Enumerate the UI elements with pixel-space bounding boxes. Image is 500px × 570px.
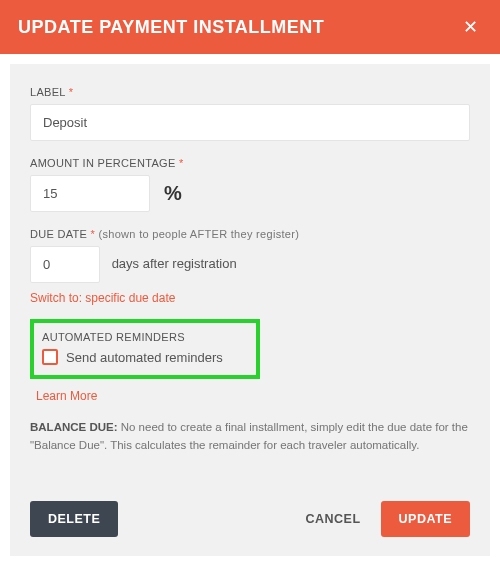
amount-group: AMOUNT IN PERCENTAGE * % (30, 157, 470, 212)
learn-more-link[interactable]: Learn More (36, 389, 97, 403)
modal-footer: DELETE CANCEL UPDATE (30, 501, 470, 537)
automated-reminders-box: AUTOMATED REMINDERS Send automated remin… (30, 319, 260, 379)
required-mark: * (69, 86, 74, 98)
modal-body-wrap: LABEL * AMOUNT IN PERCENTAGE * % DUE DAT… (0, 54, 500, 566)
reminders-checkbox[interactable] (42, 349, 58, 365)
amount-row: % (30, 175, 470, 212)
label-group: LABEL * (30, 86, 470, 141)
label-input[interactable] (30, 104, 470, 141)
due-date-days-input[interactable] (30, 246, 100, 283)
close-icon: ✕ (463, 17, 478, 37)
delete-button[interactable]: DELETE (30, 501, 118, 537)
due-date-suffix: days after registration (112, 256, 237, 271)
label-text: DUE DATE (30, 228, 87, 240)
due-date-field-label: DUE DATE * (shown to people AFTER they r… (30, 228, 470, 240)
close-button[interactable]: ✕ (459, 16, 482, 38)
required-mark: * (179, 157, 184, 169)
switch-due-date-mode-link[interactable]: Switch to: specific due date (30, 291, 175, 305)
due-date-group: DUE DATE * (shown to people AFTER they r… (30, 228, 470, 309)
footer-right: CANCEL UPDATE (299, 501, 470, 537)
due-date-row: days after registration (30, 246, 470, 283)
update-button[interactable]: UPDATE (381, 501, 470, 537)
balance-due-note: BALANCE DUE: No need to create a final i… (30, 419, 470, 455)
reminders-label: AUTOMATED REMINDERS (42, 331, 248, 343)
modal-header: UPDATE PAYMENT INSTALLMENT ✕ (0, 0, 500, 54)
balance-due-heading: BALANCE DUE: (30, 421, 118, 433)
modal-body: LABEL * AMOUNT IN PERCENTAGE * % DUE DAT… (10, 64, 490, 556)
cancel-button[interactable]: CANCEL (299, 501, 366, 537)
amount-input[interactable] (30, 175, 150, 212)
label-text: LABEL (30, 86, 65, 98)
reminders-row: Send automated reminders (42, 349, 248, 365)
modal-title: UPDATE PAYMENT INSTALLMENT (18, 17, 324, 38)
required-mark: * (91, 228, 96, 240)
label-text: AMOUNT IN PERCENTAGE (30, 157, 176, 169)
reminders-checkbox-label: Send automated reminders (66, 350, 223, 365)
label-field-label: LABEL * (30, 86, 470, 98)
due-date-hint: (shown to people AFTER they register) (99, 228, 300, 240)
amount-field-label: AMOUNT IN PERCENTAGE * (30, 157, 470, 169)
percent-symbol: % (164, 182, 182, 205)
